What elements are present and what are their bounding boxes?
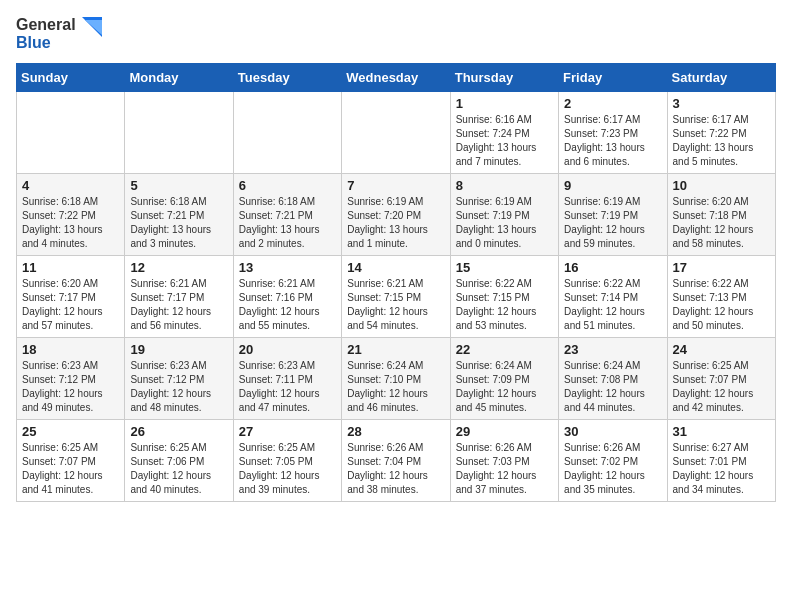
- day-number: 16: [564, 260, 661, 275]
- calendar-cell: 19Sunrise: 6:23 AM Sunset: 7:12 PM Dayli…: [125, 338, 233, 420]
- calendar-week-row: 1Sunrise: 6:16 AM Sunset: 7:24 PM Daylig…: [17, 92, 776, 174]
- day-info: Sunrise: 6:26 AM Sunset: 7:04 PM Dayligh…: [347, 441, 444, 497]
- calendar-cell: 28Sunrise: 6:26 AM Sunset: 7:04 PM Dayli…: [342, 420, 450, 502]
- col-header-thursday: Thursday: [450, 64, 558, 92]
- calendar-cell: 26Sunrise: 6:25 AM Sunset: 7:06 PM Dayli…: [125, 420, 233, 502]
- day-number: 4: [22, 178, 119, 193]
- day-number: 22: [456, 342, 553, 357]
- day-info: Sunrise: 6:25 AM Sunset: 7:05 PM Dayligh…: [239, 441, 336, 497]
- day-info: Sunrise: 6:18 AM Sunset: 7:22 PM Dayligh…: [22, 195, 119, 251]
- day-number: 11: [22, 260, 119, 275]
- logo-arrow-icon: [82, 17, 102, 51]
- calendar-cell: 23Sunrise: 6:24 AM Sunset: 7:08 PM Dayli…: [559, 338, 667, 420]
- col-header-saturday: Saturday: [667, 64, 775, 92]
- calendar-cell: 15Sunrise: 6:22 AM Sunset: 7:15 PM Dayli…: [450, 256, 558, 338]
- day-number: 21: [347, 342, 444, 357]
- day-info: Sunrise: 6:17 AM Sunset: 7:23 PM Dayligh…: [564, 113, 661, 169]
- day-number: 28: [347, 424, 444, 439]
- day-number: 17: [673, 260, 770, 275]
- day-info: Sunrise: 6:22 AM Sunset: 7:14 PM Dayligh…: [564, 277, 661, 333]
- calendar-cell: 21Sunrise: 6:24 AM Sunset: 7:10 PM Dayli…: [342, 338, 450, 420]
- calendar-cell: 16Sunrise: 6:22 AM Sunset: 7:14 PM Dayli…: [559, 256, 667, 338]
- calendar-cell: 31Sunrise: 6:27 AM Sunset: 7:01 PM Dayli…: [667, 420, 775, 502]
- day-number: 13: [239, 260, 336, 275]
- day-number: 14: [347, 260, 444, 275]
- day-number: 24: [673, 342, 770, 357]
- day-info: Sunrise: 6:21 AM Sunset: 7:17 PM Dayligh…: [130, 277, 227, 333]
- day-info: Sunrise: 6:22 AM Sunset: 7:13 PM Dayligh…: [673, 277, 770, 333]
- calendar-cell: 13Sunrise: 6:21 AM Sunset: 7:16 PM Dayli…: [233, 256, 341, 338]
- day-info: Sunrise: 6:27 AM Sunset: 7:01 PM Dayligh…: [673, 441, 770, 497]
- day-number: 19: [130, 342, 227, 357]
- calendar-cell: 24Sunrise: 6:25 AM Sunset: 7:07 PM Dayli…: [667, 338, 775, 420]
- day-info: Sunrise: 6:25 AM Sunset: 7:07 PM Dayligh…: [22, 441, 119, 497]
- day-number: 15: [456, 260, 553, 275]
- day-info: Sunrise: 6:25 AM Sunset: 7:06 PM Dayligh…: [130, 441, 227, 497]
- calendar-cell: [125, 92, 233, 174]
- col-header-sunday: Sunday: [17, 64, 125, 92]
- calendar-cell: [342, 92, 450, 174]
- calendar-cell: 25Sunrise: 6:25 AM Sunset: 7:07 PM Dayli…: [17, 420, 125, 502]
- calendar-table: SundayMondayTuesdayWednesdayThursdayFrid…: [16, 63, 776, 502]
- calendar-cell: [17, 92, 125, 174]
- day-number: 18: [22, 342, 119, 357]
- day-number: 1: [456, 96, 553, 111]
- calendar-cell: 9Sunrise: 6:19 AM Sunset: 7:19 PM Daylig…: [559, 174, 667, 256]
- calendar-cell: 7Sunrise: 6:19 AM Sunset: 7:20 PM Daylig…: [342, 174, 450, 256]
- calendar-cell: 11Sunrise: 6:20 AM Sunset: 7:17 PM Dayli…: [17, 256, 125, 338]
- page-header: General Blue: [16, 16, 776, 51]
- day-info: Sunrise: 6:19 AM Sunset: 7:20 PM Dayligh…: [347, 195, 444, 251]
- col-header-monday: Monday: [125, 64, 233, 92]
- calendar-cell: 10Sunrise: 6:20 AM Sunset: 7:18 PM Dayli…: [667, 174, 775, 256]
- day-info: Sunrise: 6:24 AM Sunset: 7:08 PM Dayligh…: [564, 359, 661, 415]
- day-info: Sunrise: 6:24 AM Sunset: 7:10 PM Dayligh…: [347, 359, 444, 415]
- day-info: Sunrise: 6:19 AM Sunset: 7:19 PM Dayligh…: [456, 195, 553, 251]
- calendar-cell: 22Sunrise: 6:24 AM Sunset: 7:09 PM Dayli…: [450, 338, 558, 420]
- day-number: 7: [347, 178, 444, 193]
- day-number: 27: [239, 424, 336, 439]
- col-header-tuesday: Tuesday: [233, 64, 341, 92]
- calendar-header-row: SundayMondayTuesdayWednesdayThursdayFrid…: [17, 64, 776, 92]
- day-info: Sunrise: 6:16 AM Sunset: 7:24 PM Dayligh…: [456, 113, 553, 169]
- calendar-cell: 1Sunrise: 6:16 AM Sunset: 7:24 PM Daylig…: [450, 92, 558, 174]
- calendar-cell: 20Sunrise: 6:23 AM Sunset: 7:11 PM Dayli…: [233, 338, 341, 420]
- day-number: 6: [239, 178, 336, 193]
- day-info: Sunrise: 6:20 AM Sunset: 7:18 PM Dayligh…: [673, 195, 770, 251]
- day-info: Sunrise: 6:18 AM Sunset: 7:21 PM Dayligh…: [130, 195, 227, 251]
- calendar-cell: 5Sunrise: 6:18 AM Sunset: 7:21 PM Daylig…: [125, 174, 233, 256]
- col-header-friday: Friday: [559, 64, 667, 92]
- day-info: Sunrise: 6:23 AM Sunset: 7:12 PM Dayligh…: [130, 359, 227, 415]
- day-number: 10: [673, 178, 770, 193]
- calendar-cell: 17Sunrise: 6:22 AM Sunset: 7:13 PM Dayli…: [667, 256, 775, 338]
- col-header-wednesday: Wednesday: [342, 64, 450, 92]
- calendar-week-row: 11Sunrise: 6:20 AM Sunset: 7:17 PM Dayli…: [17, 256, 776, 338]
- day-number: 25: [22, 424, 119, 439]
- day-number: 26: [130, 424, 227, 439]
- calendar-cell: 2Sunrise: 6:17 AM Sunset: 7:23 PM Daylig…: [559, 92, 667, 174]
- day-number: 23: [564, 342, 661, 357]
- day-info: Sunrise: 6:19 AM Sunset: 7:19 PM Dayligh…: [564, 195, 661, 251]
- day-number: 5: [130, 178, 227, 193]
- day-info: Sunrise: 6:22 AM Sunset: 7:15 PM Dayligh…: [456, 277, 553, 333]
- day-number: 12: [130, 260, 227, 275]
- calendar-cell: 18Sunrise: 6:23 AM Sunset: 7:12 PM Dayli…: [17, 338, 125, 420]
- calendar-cell: 27Sunrise: 6:25 AM Sunset: 7:05 PM Dayli…: [233, 420, 341, 502]
- day-info: Sunrise: 6:18 AM Sunset: 7:21 PM Dayligh…: [239, 195, 336, 251]
- day-info: Sunrise: 6:21 AM Sunset: 7:16 PM Dayligh…: [239, 277, 336, 333]
- day-number: 8: [456, 178, 553, 193]
- calendar-cell: 4Sunrise: 6:18 AM Sunset: 7:22 PM Daylig…: [17, 174, 125, 256]
- calendar-cell: [233, 92, 341, 174]
- calendar-cell: 29Sunrise: 6:26 AM Sunset: 7:03 PM Dayli…: [450, 420, 558, 502]
- calendar-week-row: 18Sunrise: 6:23 AM Sunset: 7:12 PM Dayli…: [17, 338, 776, 420]
- day-number: 31: [673, 424, 770, 439]
- day-number: 20: [239, 342, 336, 357]
- day-info: Sunrise: 6:25 AM Sunset: 7:07 PM Dayligh…: [673, 359, 770, 415]
- calendar-cell: 8Sunrise: 6:19 AM Sunset: 7:19 PM Daylig…: [450, 174, 558, 256]
- day-info: Sunrise: 6:23 AM Sunset: 7:12 PM Dayligh…: [22, 359, 119, 415]
- day-info: Sunrise: 6:17 AM Sunset: 7:22 PM Dayligh…: [673, 113, 770, 169]
- calendar-cell: 12Sunrise: 6:21 AM Sunset: 7:17 PM Dayli…: [125, 256, 233, 338]
- calendar-cell: 30Sunrise: 6:26 AM Sunset: 7:02 PM Dayli…: [559, 420, 667, 502]
- day-number: 3: [673, 96, 770, 111]
- day-number: 29: [456, 424, 553, 439]
- calendar-cell: 14Sunrise: 6:21 AM Sunset: 7:15 PM Dayli…: [342, 256, 450, 338]
